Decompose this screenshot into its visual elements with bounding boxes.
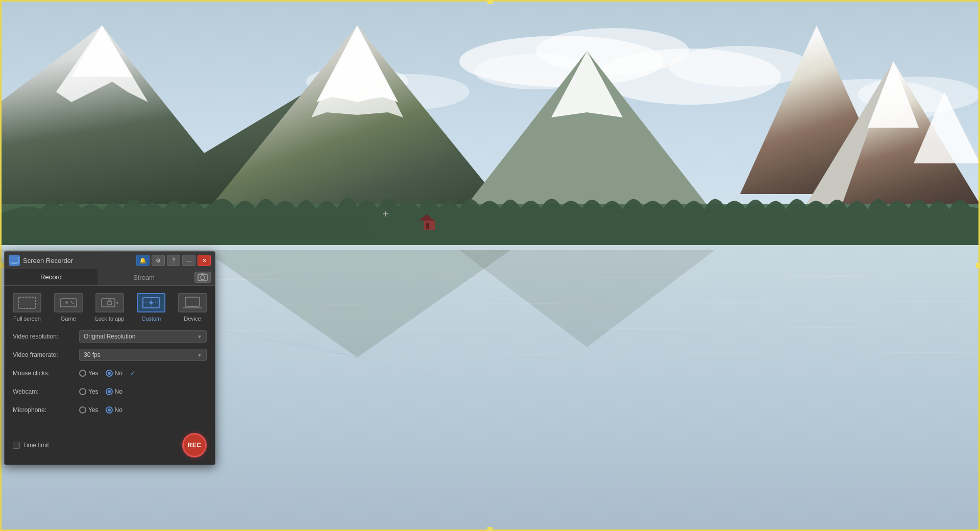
svg-rect-62 xyxy=(185,297,200,306)
recorder-panel: Screen Recorder 🔔 ⚙ ? — ✕ Record Stream xyxy=(4,251,215,465)
svg-rect-47 xyxy=(18,297,36,308)
svg-rect-40 xyxy=(10,257,19,263)
radio-no-circle xyxy=(106,370,113,377)
capture-mode-custom[interactable]: Custom xyxy=(137,293,165,322)
dropdown-arrow-framerate: ▼ xyxy=(197,352,202,358)
webcam-no-circle xyxy=(106,388,113,395)
tab-record[interactable]: Record xyxy=(5,269,97,285)
panel-body: Full screen Game xyxy=(5,286,215,429)
game-label: Game xyxy=(61,316,76,322)
custom-label: Custom xyxy=(141,316,161,322)
lockapp-icon xyxy=(95,293,124,312)
tabs-container: Record Stream xyxy=(5,269,215,286)
webcam-yes-label: Yes xyxy=(88,388,99,395)
microphone-options: Yes No xyxy=(79,406,122,414)
svg-point-5 xyxy=(669,46,812,87)
device-icon xyxy=(178,293,207,312)
custom-icon xyxy=(137,293,165,312)
video-framerate-select[interactable]: 30 fps ▼ xyxy=(79,349,207,361)
mouse-clicks-no[interactable]: No xyxy=(106,370,122,377)
microphone-yes-label: Yes xyxy=(88,406,99,414)
capture-mode-lockapp[interactable]: Lock to app xyxy=(95,293,125,322)
svg-rect-53 xyxy=(102,299,115,307)
time-limit-checkbox[interactable] xyxy=(13,442,20,449)
title-bar: Screen Recorder 🔔 ⚙ ? — ✕ xyxy=(5,252,215,269)
screenshot-btn[interactable] xyxy=(194,272,211,283)
svg-rect-39 xyxy=(426,223,429,229)
fullscreen-icon xyxy=(13,293,41,312)
rec-button[interactable]: REC xyxy=(182,433,207,457)
svg-point-52 xyxy=(72,303,74,304)
video-framerate-label: Video framerate: xyxy=(13,351,79,358)
webcam-no-label: No xyxy=(115,388,122,395)
microphone-no-circle xyxy=(106,406,113,414)
video-resolution-row: Video resolution: Original Resolution ▼ xyxy=(13,330,207,343)
capture-mode-game[interactable]: Game xyxy=(54,293,83,322)
svg-rect-54 xyxy=(108,301,112,305)
microphone-yes[interactable]: Yes xyxy=(79,406,99,414)
minimize-btn[interactable]: — xyxy=(182,255,195,266)
microphone-no-label: No xyxy=(115,406,122,414)
radio-yes-label: Yes xyxy=(88,370,99,377)
settings-btn[interactable]: ⚙ xyxy=(152,255,165,266)
dropdown-arrow-resolution: ▼ xyxy=(197,334,202,340)
help-btn[interactable]: ? xyxy=(167,255,180,266)
video-framerate-row: Video framerate: 30 fps ▼ xyxy=(13,348,207,361)
webcam-no[interactable]: No xyxy=(106,388,122,395)
bottom-row: Time limit REC xyxy=(5,429,215,465)
video-resolution-label: Video resolution: xyxy=(13,333,79,340)
microphone-label: Microphone: xyxy=(13,406,79,414)
video-resolution-select[interactable]: Original Resolution ▼ xyxy=(79,330,207,343)
fullscreen-label: Full screen xyxy=(13,316,41,322)
radio-no-label: No xyxy=(115,370,122,377)
microphone-row: Microphone: Yes No xyxy=(13,403,207,417)
mouse-clicks-row: Mouse clicks: Yes No ✓ xyxy=(13,367,207,380)
time-limit-option[interactable]: Time limit xyxy=(13,442,49,449)
game-icon xyxy=(54,293,83,312)
tab-right-area xyxy=(190,269,215,285)
webcam-yes-circle xyxy=(79,388,86,395)
tab-stream[interactable]: Stream xyxy=(97,269,190,285)
webcam-options: Yes No xyxy=(79,388,122,395)
lockapp-label: Lock to app xyxy=(95,316,125,322)
radio-yes-circle xyxy=(79,370,86,377)
capture-mode-fullscreen[interactable]: Full screen xyxy=(13,293,41,322)
capture-mode-device[interactable]: Device xyxy=(178,293,207,322)
microphone-no[interactable]: No xyxy=(106,406,122,414)
app-icon xyxy=(9,255,20,266)
capture-modes: Full screen Game xyxy=(13,293,207,322)
webcam-row: Webcam: Yes No xyxy=(13,385,207,398)
video-framerate-value: 30 fps xyxy=(84,351,197,358)
device-label: Device xyxy=(184,316,201,322)
mouse-clicks-yes[interactable]: Yes xyxy=(79,370,99,377)
webcam-yes[interactable]: Yes xyxy=(79,388,99,395)
time-limit-label: Time limit xyxy=(23,442,49,449)
svg-point-61 xyxy=(150,301,153,304)
title-bar-actions: 🔔 ⚙ ? — ✕ xyxy=(136,255,211,266)
close-btn[interactable]: ✕ xyxy=(198,255,211,266)
mouse-clicks-label: Mouse clicks: xyxy=(13,370,79,377)
svg-point-45 xyxy=(201,276,205,280)
notifications-btn[interactable]: 🔔 xyxy=(136,255,150,266)
microphone-yes-circle xyxy=(79,406,86,414)
webcam-label: Webcam: xyxy=(13,388,79,395)
app-title: Screen Recorder xyxy=(23,257,133,264)
svg-point-51 xyxy=(70,301,72,303)
mouse-clicks-check: ✓ xyxy=(130,369,136,377)
mouse-clicks-options: Yes No ✓ xyxy=(79,369,136,377)
video-resolution-value: Original Resolution xyxy=(84,333,197,340)
